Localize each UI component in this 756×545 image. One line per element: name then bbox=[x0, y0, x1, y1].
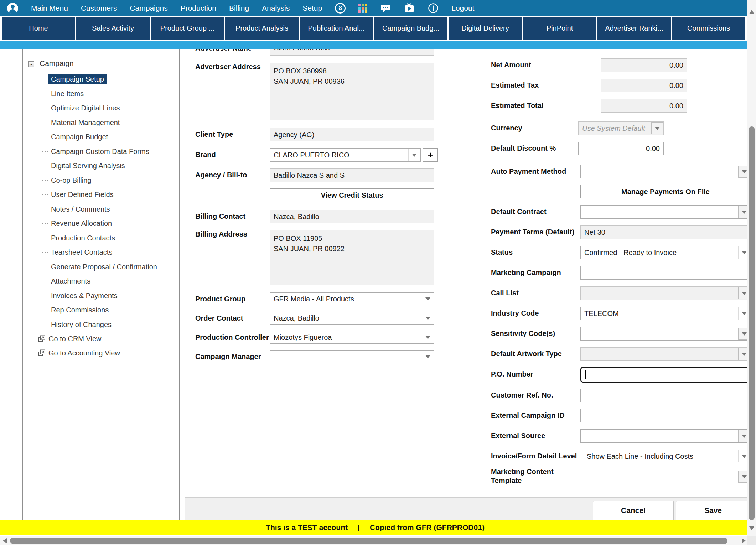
net-amount-label: Net Amount bbox=[491, 61, 531, 69]
menu-main-menu[interactable]: Main Menu bbox=[31, 4, 68, 12]
marketing-campaign-field[interactable] bbox=[580, 266, 750, 280]
accent-strip bbox=[0, 41, 747, 49]
invoice-detail-level-select[interactable]: Show Each Line - Including Costs bbox=[583, 450, 750, 463]
advertiser-name-field[interactable]: Claro Puerto Rico bbox=[270, 49, 434, 56]
tab-publication-analysis[interactable]: Publication Anal... bbox=[300, 17, 373, 40]
advertiser-address-label: Advertiser Address bbox=[195, 63, 261, 71]
customer-ref-no-input[interactable] bbox=[580, 389, 750, 402]
default-discount-field[interactable]: 0.00 bbox=[578, 142, 664, 155]
payment-terms-field[interactable]: Net 30 bbox=[580, 225, 750, 239]
scroll-right-icon[interactable] bbox=[742, 538, 746, 543]
chevron-down-icon[interactable] bbox=[422, 332, 434, 343]
text-cursor bbox=[585, 370, 586, 379]
external-source-select[interactable] bbox=[580, 429, 750, 443]
agency-bill-to-field[interactable]: Badillo Nazca S and S bbox=[270, 168, 434, 182]
po-number-input[interactable] bbox=[580, 367, 750, 383]
default-contract-select[interactable] bbox=[580, 205, 750, 219]
estimated-tax-field: 0.00 bbox=[601, 79, 687, 92]
client-type-label: Client Type bbox=[195, 130, 233, 139]
status-select[interactable]: Confirmed - Ready to Invoice bbox=[580, 246, 750, 259]
call-list-select[interactable] bbox=[580, 286, 750, 300]
order-contact-select[interactable]: Nazca, Badillo bbox=[270, 312, 434, 325]
product-group-select[interactable]: GFR Media - All Products bbox=[270, 292, 434, 305]
external-campaign-id-input[interactable] bbox=[580, 409, 750, 422]
auto-payment-method-select[interactable] bbox=[580, 165, 750, 178]
default-contract-label: Default Contract bbox=[491, 208, 547, 216]
video-tv-icon[interactable] bbox=[404, 2, 415, 14]
tab-pinpoint[interactable]: PinPoint bbox=[523, 17, 596, 40]
app-window: Main Menu Customers Campaigns Production… bbox=[0, 0, 756, 545]
tab-product-group[interactable]: Product Group ... bbox=[151, 17, 224, 40]
campaign-manager-select[interactable] bbox=[270, 350, 434, 363]
external-source-label: External Source bbox=[491, 432, 545, 440]
invoice-detail-level-label: Invoice/Form Detail Level bbox=[491, 452, 577, 460]
billing-contact-label: Billing Contact bbox=[195, 212, 245, 220]
user-avatar-icon[interactable] bbox=[7, 3, 18, 14]
add-brand-button[interactable]: + bbox=[423, 148, 438, 162]
production-controller-select[interactable]: Miozotys Figueroa bbox=[270, 331, 434, 344]
menu-production[interactable]: Production bbox=[181, 4, 216, 12]
module-tab-bar: Home Sales Activity Product Group ... Pr… bbox=[0, 17, 747, 40]
horizontal-scrollbar-thumb[interactable] bbox=[10, 538, 727, 544]
chat-icon[interactable] bbox=[380, 3, 391, 14]
brand-label: Brand bbox=[195, 151, 216, 159]
billing-contact-field[interactable]: Nazca, Badillo bbox=[270, 210, 434, 223]
brand-select[interactable]: CLARO PUERTO RICO bbox=[270, 148, 421, 162]
net-amount-field: 0.00 bbox=[601, 58, 687, 72]
estimated-tax-label: Estimated Tax bbox=[491, 81, 539, 89]
tab-campaign-budget[interactable]: Campaign Budg... bbox=[374, 17, 447, 40]
menu-billing[interactable]: Billing bbox=[229, 4, 249, 12]
test-account-banner: This is a TEST account | Copied from GFR… bbox=[0, 520, 750, 535]
billing-address-field[interactable]: PO BOX 11905 SAN JUAN, PR 00922 bbox=[270, 230, 434, 285]
menu-customers[interactable]: Customers bbox=[81, 4, 117, 12]
scroll-down-icon[interactable] bbox=[749, 526, 754, 530]
order-contact-label: Order Contact bbox=[195, 314, 243, 322]
tab-home[interactable]: Home bbox=[2, 17, 75, 40]
info-icon[interactable] bbox=[428, 3, 439, 14]
tree-root-campaign[interactable]: Campaign bbox=[40, 59, 74, 68]
marketing-content-template-label: Marketing Content Template bbox=[491, 467, 566, 485]
currency-select[interactable]: Use System Default bbox=[578, 121, 664, 135]
banner-message: This is a TEST account bbox=[266, 523, 348, 532]
form-action-bar: Cancel Save bbox=[185, 498, 750, 520]
menu-setup[interactable]: Setup bbox=[302, 4, 322, 12]
estimated-total-label: Estimated Total bbox=[491, 102, 543, 110]
sensitivity-codes-select[interactable] bbox=[580, 327, 750, 341]
production-controller-label: Production Controller bbox=[195, 333, 269, 342]
default-discount-label: Default Discount % bbox=[491, 144, 556, 152]
tree-collapse-icon[interactable]: - bbox=[28, 61, 34, 67]
advertiser-address-field[interactable]: PO BOX 360998 SAN JUAN, PR 00936 bbox=[270, 63, 434, 120]
customer-ref-no-label: Customer Ref. No. bbox=[491, 391, 553, 399]
tab-sales-activity[interactable]: Sales Activity bbox=[76, 17, 150, 40]
manage-payments-button[interactable]: Manage Payments On File bbox=[580, 185, 750, 198]
chevron-down-icon[interactable] bbox=[422, 293, 434, 305]
scroll-left-icon[interactable] bbox=[3, 538, 7, 543]
default-artwork-type-select[interactable] bbox=[580, 347, 750, 361]
default-artwork-type-label: Default Artwork Type bbox=[491, 350, 562, 358]
view-credit-status-button[interactable]: View Credit Status bbox=[270, 188, 434, 202]
apps-grid-icon[interactable] bbox=[358, 4, 367, 13]
menu-logout[interactable]: Logout bbox=[451, 4, 474, 12]
status-label: Status bbox=[491, 248, 513, 256]
scroll-up-icon[interactable] bbox=[749, 10, 754, 14]
marketing-content-template-select[interactable] bbox=[583, 470, 750, 483]
vertical-scrollbar[interactable] bbox=[747, 0, 756, 545]
chevron-down-icon[interactable] bbox=[422, 312, 434, 324]
tab-digital-delivery[interactable]: Digital Delivery bbox=[449, 17, 522, 40]
vertical-scrollbar-thumb[interactable] bbox=[749, 126, 755, 520]
menu-analysis[interactable]: Analysis bbox=[262, 4, 290, 12]
industry-code-select[interactable]: TELECOM bbox=[580, 307, 750, 320]
chevron-down-icon[interactable] bbox=[422, 351, 434, 362]
client-type-field[interactable]: Agency (AG) bbox=[270, 128, 434, 141]
menu-campaigns[interactable]: Campaigns bbox=[130, 4, 167, 12]
chevron-down-icon[interactable] bbox=[651, 122, 663, 134]
marketing-campaign-label: Marketing Campaign bbox=[491, 269, 561, 277]
tab-advertiser-ranking[interactable]: Advertiser Ranki... bbox=[597, 17, 671, 40]
horizontal-scrollbar[interactable] bbox=[0, 536, 747, 545]
chevron-down-icon[interactable] bbox=[408, 149, 420, 161]
banner-separator: | bbox=[358, 523, 360, 532]
tab-commissions[interactable]: Commissions bbox=[672, 17, 745, 40]
external-link-icon bbox=[38, 349, 46, 357]
notification-badge-icon[interactable]: 8 bbox=[335, 3, 346, 14]
tab-product-analysis[interactable]: Product Analysis bbox=[225, 17, 299, 40]
